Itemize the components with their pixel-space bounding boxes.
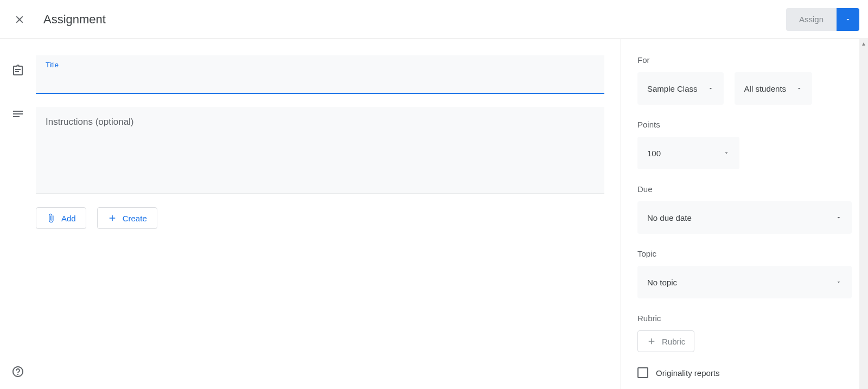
rubric-button-label: Rubric <box>662 337 685 346</box>
class-value: Sample Class <box>647 84 698 93</box>
caret-down-icon <box>723 150 730 156</box>
topic-selector[interactable]: No topic <box>637 266 852 298</box>
due-value: No due date <box>647 213 692 222</box>
rubric-button[interactable]: Rubric <box>637 330 694 352</box>
for-label: For <box>637 55 852 65</box>
header-bar: Assignment Assign <box>0 0 868 39</box>
for-section: For Sample Class All students <box>637 55 852 105</box>
close-button[interactable] <box>9 9 30 30</box>
caret-down-icon <box>835 279 842 285</box>
create-label: Create <box>123 214 147 223</box>
create-attachment-button[interactable]: Create <box>97 207 157 229</box>
caret-down-icon <box>796 85 802 92</box>
help-icon <box>11 365 24 378</box>
assign-button[interactable]: Assign <box>786 8 837 31</box>
scroll-up-arrow[interactable]: ▲ <box>859 39 868 48</box>
caret-down-icon <box>835 214 842 221</box>
assignment-icon <box>11 64 24 77</box>
add-label: Add <box>61 214 76 223</box>
instructions-input[interactable] <box>46 117 595 182</box>
originality-checkbox[interactable] <box>637 367 648 378</box>
icon-rail <box>0 39 36 389</box>
originality-row: Originality reports <box>637 367 852 378</box>
points-label: Points <box>637 120 852 129</box>
topic-label: Topic <box>637 249 852 258</box>
text-align-icon <box>11 107 24 120</box>
close-icon <box>14 14 25 25</box>
due-section: Due No due date <box>637 184 852 234</box>
topic-value: No topic <box>647 278 677 287</box>
assign-button-group: Assign <box>786 8 859 31</box>
points-section: Points 100 <box>637 120 852 169</box>
due-label: Due <box>637 184 852 194</box>
students-value: All students <box>744 84 787 93</box>
plus-icon <box>107 213 117 223</box>
caret-down-icon <box>845 16 851 23</box>
title-input[interactable] <box>46 72 595 82</box>
points-value: 100 <box>647 149 661 158</box>
attach-action-row: Add Create <box>36 207 604 229</box>
plus-icon <box>647 336 656 346</box>
page-title: Assignment <box>43 12 106 27</box>
scrollbar[interactable]: ▲ <box>859 39 868 389</box>
rubric-section: Rubric Rubric <box>637 314 852 352</box>
instructions-field[interactable] <box>36 107 604 194</box>
sidebar-panel: For Sample Class All students Points 100… <box>621 39 868 389</box>
class-selector[interactable]: Sample Class <box>637 72 724 105</box>
due-date-selector[interactable]: No due date <box>637 201 852 234</box>
caret-down-icon <box>707 85 714 92</box>
title-field[interactable]: Title <box>36 55 604 94</box>
rubric-label: Rubric <box>637 314 852 323</box>
points-selector[interactable]: 100 <box>637 137 739 169</box>
assign-dropdown-button[interactable] <box>837 8 859 31</box>
topic-section: Topic No topic <box>637 249 852 298</box>
students-selector[interactable]: All students <box>735 72 813 105</box>
originality-label: Originality reports <box>656 368 720 378</box>
main-layout: Title Add Create For Sample Class <box>0 39 868 389</box>
attachment-icon <box>46 213 56 223</box>
add-attachment-button[interactable]: Add <box>36 207 86 229</box>
help-button[interactable] <box>11 365 24 380</box>
content-column: Title Add Create <box>36 39 621 389</box>
title-label: Title <box>46 61 595 69</box>
